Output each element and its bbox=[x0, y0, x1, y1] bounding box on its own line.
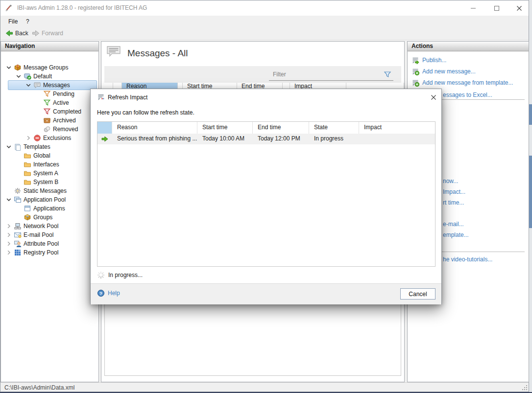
filter-strip bbox=[104, 66, 401, 83]
sidebar-item-label: Global bbox=[33, 152, 50, 159]
funnel-red-icon bbox=[43, 108, 51, 116]
sidebar-item-label: Registry Pool bbox=[24, 249, 58, 256]
sidebar-item-label: Completed bbox=[53, 108, 81, 115]
sidebar-item-exclusions[interactable]: Exclusions bbox=[1, 134, 98, 142]
help-icon: ? bbox=[97, 289, 105, 297]
sidebar-item-messages[interactable]: Messages bbox=[1, 81, 98, 90]
funnel-green-icon bbox=[43, 99, 51, 107]
archive-icon bbox=[43, 116, 51, 124]
sidebar-item-e-mail-pool[interactable]: E-mail Pool bbox=[1, 231, 98, 239]
sidebar-item-completed[interactable]: Completed bbox=[1, 107, 98, 116]
title-bar: IBI-aws Admin 1.28.0 - registered for IB… bbox=[0, 0, 529, 16]
sidebar-item-static-messages[interactable]: Static Messages bbox=[1, 186, 98, 195]
action-publish[interactable]: Publish... bbox=[411, 55, 446, 65]
monitor-check-icon bbox=[24, 72, 31, 80]
app-window: IBI-aws Admin 1.28.0 - registered for IB… bbox=[0, 0, 529, 392]
dialog-footer: ? Help Cancel bbox=[91, 283, 441, 304]
sidebar-item-application-pool[interactable]: Application Pool bbox=[1, 195, 98, 204]
pages-icon bbox=[14, 143, 22, 151]
cube-icon bbox=[24, 213, 31, 221]
sidebar-item-network-pool[interactable]: Network Pool bbox=[1, 222, 98, 231]
row-cell-end-time: Today 12:00 PM bbox=[253, 134, 309, 144]
sidebar-item-active[interactable]: Active bbox=[1, 98, 98, 107]
folder-icon bbox=[24, 178, 31, 186]
minimize-button[interactable] bbox=[465, 0, 482, 16]
add-message-icon bbox=[411, 68, 419, 75]
action-label: Add new message... bbox=[422, 68, 476, 75]
dialog-table-row[interactable]: Serious threat from phishing ...Today 10… bbox=[97, 134, 435, 144]
chevron-down-icon[interactable] bbox=[5, 196, 13, 204]
navigation-panel: Navigation Message GroupsDefaultMessages… bbox=[0, 41, 99, 382]
sidebar-item-applications[interactable]: Applications bbox=[1, 204, 98, 213]
sidebar-item-system-b[interactable]: System B bbox=[1, 178, 98, 186]
maximize-button[interactable] bbox=[488, 0, 505, 16]
chevron-right-icon[interactable] bbox=[5, 249, 13, 256]
chevron-down-icon[interactable] bbox=[5, 64, 13, 71]
sidebar-item-removed[interactable]: Removed bbox=[1, 125, 98, 134]
sidebar-item-groups[interactable]: Groups bbox=[1, 213, 98, 222]
action-fragment-impact[interactable]: Impact... bbox=[443, 188, 465, 195]
sidebar-item-interfaces[interactable]: Interfaces bbox=[1, 160, 98, 169]
sidebar-item-templates[interactable]: Templates bbox=[1, 142, 98, 151]
sidebar-item-label: Network Pool bbox=[24, 223, 58, 230]
sidebar-item-label: Messages bbox=[43, 82, 70, 89]
sidebar-item-registry-pool[interactable]: Registry Pool bbox=[1, 248, 98, 257]
chevron-down-icon[interactable] bbox=[24, 81, 32, 89]
toolbar: Back Forward bbox=[0, 26, 529, 40]
sidebar-item-archived[interactable]: Archived bbox=[1, 116, 98, 125]
spinner-icon bbox=[97, 271, 105, 279]
email-icon bbox=[14, 231, 22, 239]
help-link[interactable]: ? Help bbox=[97, 289, 120, 297]
row-cell-start-time: Today 10:00 AM bbox=[197, 134, 253, 144]
chevron-right-icon[interactable] bbox=[5, 222, 13, 230]
network-icon bbox=[14, 222, 22, 230]
chevron-down-icon[interactable] bbox=[15, 72, 23, 80]
filter-input[interactable] bbox=[272, 69, 379, 79]
action-fragment-emplate[interactable]: emplate... bbox=[443, 231, 469, 238]
filter-funnel-icon[interactable] bbox=[384, 70, 391, 78]
sidebar-item-label: Active bbox=[53, 99, 69, 106]
dialog-col-end-time: End time bbox=[253, 122, 309, 134]
action-label: Add new message from template... bbox=[422, 79, 513, 86]
sidebar-item-pending[interactable]: Pending bbox=[1, 90, 98, 98]
sidebar-item-label: Pending bbox=[53, 91, 74, 97]
sidebar-item-label: E-mail Pool bbox=[24, 231, 53, 238]
background-window-sliver bbox=[529, 0, 532, 393]
sidebar-item-system-a[interactable]: System A bbox=[1, 169, 98, 178]
chevron-right-icon[interactable] bbox=[5, 240, 13, 248]
forward-arrow-icon bbox=[32, 29, 40, 37]
action-fragment-rt-time[interactable]: rt time... bbox=[443, 199, 464, 206]
resize-grip-icon[interactable] bbox=[522, 385, 528, 391]
chevron-down-icon[interactable] bbox=[5, 143, 13, 151]
dialog-col-start-time: Start time bbox=[197, 122, 253, 134]
chevron-right-icon[interactable] bbox=[5, 231, 13, 239]
back-arrow-icon bbox=[5, 29, 13, 37]
sidebar-item-attribute-pool[interactable]: Attribute Pool bbox=[1, 239, 98, 248]
sidebar-item-label: Removed bbox=[53, 126, 78, 133]
dialog-close-icon[interactable] bbox=[429, 92, 438, 102]
sidebar-item-default[interactable]: Default bbox=[1, 72, 98, 81]
chevron-right-icon[interactable] bbox=[24, 134, 32, 142]
action-fragment-essages-to-excel[interactable]: essages to Excel... bbox=[443, 92, 492, 98]
action-fragment-he-video-tutorials[interactable]: he video-tutorials... bbox=[443, 256, 492, 263]
sidebar-item-message-groups[interactable]: Message Groups bbox=[1, 63, 98, 72]
sidebar-item-global[interactable]: Global bbox=[1, 151, 98, 160]
action-fragment-e-mail[interactable]: e-mail... bbox=[443, 221, 464, 228]
forward-button[interactable]: Forward bbox=[30, 28, 65, 38]
refresh-impact-dialog: Refresh Impact Here you can follow the r… bbox=[90, 89, 442, 304]
action-add-new-message[interactable]: Add new message... bbox=[411, 67, 476, 76]
action-add-new-message-from-template[interactable]: Add new message from template... bbox=[411, 78, 513, 88]
menu-help[interactable]: ? bbox=[23, 17, 32, 26]
refresh-status: In progress... bbox=[97, 271, 143, 279]
help-label: Help bbox=[108, 290, 120, 297]
cancel-button[interactable]: Cancel bbox=[400, 288, 435, 300]
publish-icon bbox=[411, 56, 419, 64]
menu-file[interactable]: File bbox=[5, 17, 21, 26]
action-fragment-now[interactable]: now... bbox=[443, 178, 458, 185]
page-title: Messages - All bbox=[127, 48, 188, 59]
coins-icon bbox=[43, 125, 51, 133]
back-button[interactable]: Back bbox=[3, 28, 30, 38]
refresh-status-label: In progress... bbox=[108, 272, 143, 278]
window-close-button[interactable] bbox=[511, 0, 528, 16]
sidebar-item-label: Message Groups bbox=[24, 64, 68, 71]
